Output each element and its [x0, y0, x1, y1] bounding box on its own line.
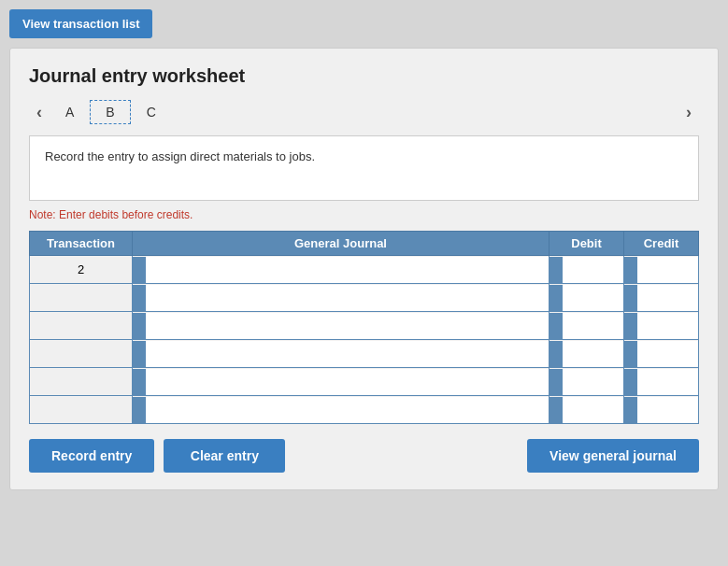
debit-input[interactable]	[563, 341, 623, 367]
tab-a[interactable]: A	[50, 100, 90, 124]
general-input[interactable]	[146, 341, 549, 367]
credit-cell	[624, 340, 699, 368]
table-row	[30, 340, 699, 368]
general-journal-cell	[133, 396, 550, 424]
instruction-text: Record the entry to assign direct materi…	[45, 149, 315, 163]
general-journal-cell	[133, 256, 550, 284]
debit-input[interactable]	[563, 397, 623, 423]
instruction-box: Record the entry to assign direct materi…	[29, 135, 699, 201]
credit-cell	[624, 312, 699, 340]
general-input[interactable]	[146, 397, 549, 423]
credit-indicator	[624, 257, 637, 283]
general-indicator	[133, 341, 146, 367]
buttons-row: Record entry Clear entry View general jo…	[29, 439, 699, 473]
debit-cell	[550, 340, 624, 368]
transaction-cell	[30, 284, 133, 312]
view-general-journal-button[interactable]: View general journal	[527, 439, 699, 473]
view-transaction-button[interactable]: View transaction list	[9, 9, 152, 38]
table-row	[30, 368, 699, 396]
transaction-cell	[30, 340, 133, 368]
general-journal-cell	[133, 312, 550, 340]
debit-input[interactable]	[563, 257, 623, 283]
tabs-row: ‹ A B C ›	[29, 100, 699, 124]
col-general: General Journal	[133, 232, 550, 256]
table-row	[30, 312, 699, 340]
credit-indicator	[624, 285, 637, 311]
prev-arrow[interactable]: ‹	[29, 101, 50, 124]
main-card: Journal entry worksheet ‹ A B C › Record…	[9, 48, 719, 490]
general-input[interactable]	[146, 285, 549, 311]
debit-cell	[550, 256, 624, 284]
table-row	[30, 284, 699, 312]
credit-input[interactable]	[637, 397, 698, 423]
debit-indicator	[550, 257, 563, 283]
credit-indicator	[624, 369, 637, 395]
debit-input[interactable]	[563, 313, 623, 339]
debit-indicator	[550, 313, 563, 339]
col-debit: Debit	[550, 232, 624, 256]
note-text: Note: Enter debits before credits.	[29, 208, 699, 221]
general-indicator	[133, 313, 146, 339]
next-arrow[interactable]: ›	[678, 101, 699, 124]
debit-indicator	[550, 285, 563, 311]
page-title: Journal entry worksheet	[29, 65, 699, 87]
general-indicator	[133, 369, 146, 395]
credit-input[interactable]	[637, 257, 698, 283]
credit-indicator	[624, 397, 637, 423]
col-transaction: Transaction	[30, 232, 133, 256]
general-input[interactable]	[146, 257, 549, 283]
transaction-cell	[30, 368, 133, 396]
general-journal-cell	[133, 368, 550, 396]
tab-b[interactable]: B	[90, 100, 130, 124]
general-indicator	[133, 397, 146, 423]
tab-c[interactable]: C	[131, 100, 172, 124]
general-input[interactable]	[146, 313, 549, 339]
credit-indicator	[624, 313, 637, 339]
general-input[interactable]	[146, 369, 549, 395]
debit-cell	[550, 396, 624, 424]
debit-cell	[550, 312, 624, 340]
debit-indicator	[550, 341, 563, 367]
credit-cell	[624, 368, 699, 396]
general-indicator	[133, 285, 146, 311]
clear-entry-button[interactable]: Clear entry	[164, 439, 285, 473]
top-bar: View transaction list	[9, 9, 719, 38]
debit-indicator	[550, 397, 563, 423]
table-row	[30, 396, 699, 424]
credit-cell	[624, 396, 699, 424]
page-container: View transaction list Journal entry work…	[9, 9, 719, 490]
credit-cell	[624, 256, 699, 284]
col-credit: Credit	[624, 232, 699, 256]
transaction-cell: 2	[30, 256, 133, 284]
journal-table: Transaction General Journal Debit Credit…	[29, 231, 699, 424]
general-journal-cell	[133, 340, 550, 368]
debit-input[interactable]	[563, 285, 623, 311]
general-indicator	[133, 257, 146, 283]
debit-indicator	[550, 369, 563, 395]
transaction-cell	[30, 312, 133, 340]
table-row: 2	[30, 256, 699, 284]
debit-input[interactable]	[563, 369, 623, 395]
debit-cell	[550, 368, 624, 396]
record-entry-button[interactable]: Record entry	[29, 439, 154, 473]
credit-input[interactable]	[637, 369, 698, 395]
debit-cell	[550, 284, 624, 312]
credit-input[interactable]	[637, 341, 698, 367]
credit-cell	[624, 284, 699, 312]
credit-input[interactable]	[637, 313, 698, 339]
credit-input[interactable]	[637, 285, 698, 311]
transaction-cell	[30, 396, 133, 424]
general-journal-cell	[133, 284, 550, 312]
credit-indicator	[624, 341, 637, 367]
